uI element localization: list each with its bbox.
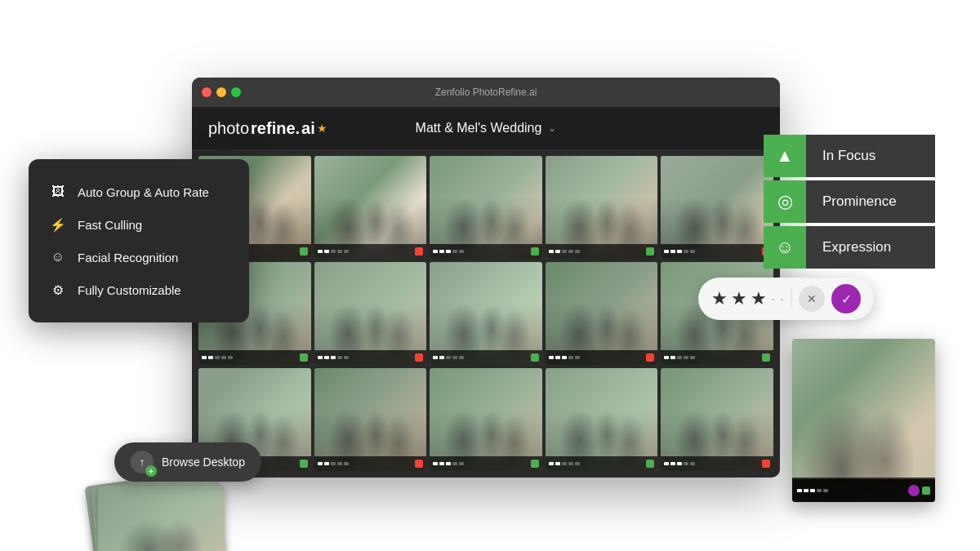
- expression-label: Expression: [806, 226, 935, 269]
- upload-icon: ↑ +: [131, 451, 154, 473]
- photo-cell-12[interactable]: [314, 368, 427, 471]
- star-3[interactable]: ★: [751, 288, 767, 309]
- rating-popup: ★ ★ ★ • • ✕ ✓: [698, 278, 874, 320]
- browse-desktop-button[interactable]: ↑ + Browse Desktop: [114, 442, 261, 482]
- ai-prominence-row[interactable]: ◎ Prominence: [764, 180, 935, 223]
- expression-icon-box: ☺: [764, 226, 806, 269]
- window-title: Zenfolio PhotoRefine.ai: [435, 87, 537, 98]
- rating-dot-2: •: [781, 295, 783, 303]
- featured-photo[interactable]: [792, 339, 935, 502]
- logo-star-icon: ★: [317, 122, 327, 135]
- customizable-label: Fully Customizable: [78, 283, 181, 297]
- app-logo: photorefine.ai★: [208, 119, 327, 138]
- featured-photo-bar: [792, 479, 935, 502]
- photo-cell-13[interactable]: [430, 368, 542, 471]
- fast-culling-icon: ⚡: [48, 215, 68, 234]
- star-1[interactable]: ★: [711, 288, 728, 309]
- plus-icon: +: [145, 465, 157, 477]
- photo-cell-5[interactable]: [661, 156, 773, 259]
- star-2[interactable]: ★: [731, 288, 747, 309]
- ai-features-panel: ▲ In Focus ◎ Prominence ☺ Expression: [764, 135, 935, 272]
- titlebar-dots: [202, 87, 241, 97]
- photo-cell-2[interactable]: [314, 156, 427, 259]
- photo-cell-8[interactable]: [430, 262, 542, 365]
- featured-green-badge: [922, 487, 930, 495]
- photo-cell-9[interactable]: [546, 262, 658, 365]
- fast-culling-label: Fast Culling: [78, 218, 142, 232]
- feature-facial-recognition: ☺ Facial Recognition: [48, 241, 229, 273]
- star-rating[interactable]: ★ ★ ★ • •: [711, 288, 785, 309]
- logo-photo: photo: [208, 119, 249, 138]
- featured-purple-badge: [908, 485, 920, 496]
- prominence-icon-box: ◎: [764, 180, 806, 223]
- photo-grid: [192, 149, 780, 478]
- browse-desktop-label: Browse Desktop: [162, 455, 245, 469]
- expression-icon: ☺: [776, 237, 794, 258]
- check-icon: ✓: [841, 291, 852, 307]
- rating-dismiss-button[interactable]: ✕: [799, 286, 825, 312]
- rating-dot-1: •: [772, 295, 774, 303]
- maximize-button[interactable]: [231, 87, 241, 97]
- app-window: Zenfolio PhotoRefine.ai photorefine.ai★ …: [192, 78, 780, 478]
- minimize-button[interactable]: [216, 87, 226, 97]
- prominence-icon: ◎: [777, 191, 793, 212]
- auto-group-icon: 🖼: [48, 182, 68, 202]
- facial-recognition-icon: ☺: [48, 247, 68, 267]
- feature-auto-group: 🖼 Auto Group & Auto Rate: [48, 176, 229, 208]
- app-header: photorefine.ai★ Matt & Mel's Wedding ⌄: [192, 107, 780, 149]
- stack-photo-3: [98, 486, 225, 551]
- feature-fast-culling: ⚡ Fast Culling: [48, 208, 229, 241]
- photo-cell-14[interactable]: [546, 368, 658, 471]
- rating-divider: [791, 289, 792, 309]
- photo-cell-3[interactable]: [430, 156, 542, 259]
- logo-ai: ai: [301, 119, 315, 138]
- project-title[interactable]: Matt & Mel's Wedding ⌄: [416, 121, 557, 136]
- ai-in-focus-row[interactable]: ▲ In Focus: [764, 135, 935, 177]
- logo-refine: refine.: [251, 119, 300, 138]
- color-badge-1: [300, 247, 308, 256]
- photo-cell-7[interactable]: [314, 262, 427, 365]
- in-focus-icon-box: ▲: [764, 135, 806, 177]
- titlebar: Zenfolio PhotoRefine.ai: [192, 78, 780, 107]
- project-title-text: Matt & Mel's Wedding: [416, 121, 542, 136]
- photo-cell-4[interactable]: [546, 156, 658, 259]
- prominence-label: Prominence: [806, 180, 935, 223]
- in-focus-icon: ▲: [776, 145, 794, 167]
- x-icon: ✕: [807, 292, 817, 305]
- customizable-icon: ⚙: [48, 280, 68, 300]
- rating-confirm-button[interactable]: ✓: [831, 284, 861, 313]
- photo-cell-15[interactable]: [661, 368, 773, 471]
- ai-expression-row[interactable]: ☺ Expression: [764, 226, 935, 269]
- feature-customizable: ⚙ Fully Customizable: [48, 273, 229, 306]
- upload-arrow-icon: ↑: [140, 455, 145, 469]
- feature-card: 🖼 Auto Group & Auto Rate ⚡ Fast Culling …: [29, 159, 249, 322]
- in-focus-label: In Focus: [806, 135, 935, 177]
- facial-recognition-label: Facial Recognition: [78, 251, 178, 264]
- auto-group-label: Auto Group & Auto Rate: [78, 185, 209, 199]
- close-button[interactable]: [202, 87, 212, 97]
- chevron-down-icon: ⌄: [548, 122, 556, 134]
